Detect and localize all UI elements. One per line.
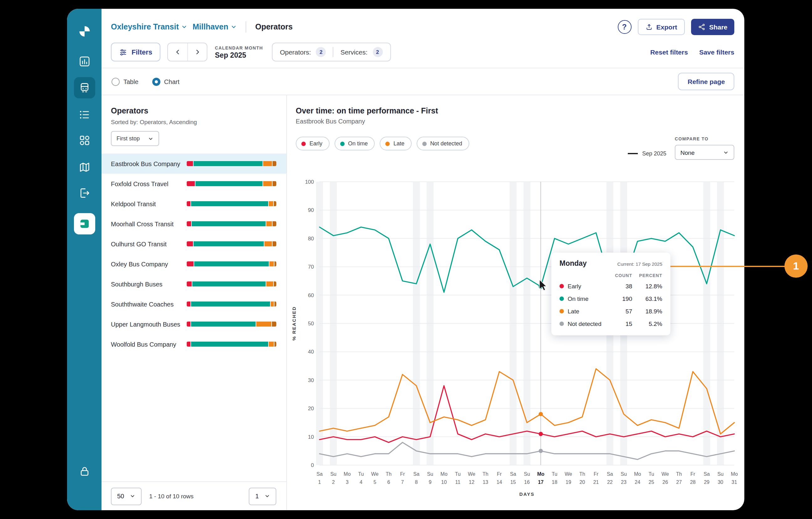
legend-dot-icon xyxy=(301,141,306,146)
y-tick-label: 0 xyxy=(311,462,314,468)
x-tick-day: 12 xyxy=(469,480,474,485)
x-tick-day: 3 xyxy=(346,480,349,485)
tooltip-dot-icon xyxy=(559,284,564,288)
active-filters-chip[interactable]: Operators: 2 Services: 2 xyxy=(271,43,390,61)
x-tick-weekday: We xyxy=(662,471,669,477)
operator-row[interactable]: Keldpool Transit xyxy=(102,194,286,214)
otp-line-chart[interactable]: 0102030405060708090100% REACHEDSa1Su2Mo3… xyxy=(287,169,744,498)
period-label: Sep 2025 xyxy=(642,151,666,157)
save-filters-link[interactable]: Save filters xyxy=(699,48,734,56)
calendar-month-value: Sep 2025 xyxy=(215,51,263,59)
page-number-select[interactable]: 1 xyxy=(249,487,276,505)
operator-row[interactable]: Oulhurst GO Transit xyxy=(102,234,286,254)
y-tick-label: 10 xyxy=(308,434,314,440)
reset-filters-link[interactable]: Reset filters xyxy=(650,48,688,56)
bar-segment-early xyxy=(187,201,190,206)
x-tick-day: 18 xyxy=(552,480,557,485)
operator-otp-bar xyxy=(187,322,276,327)
tooltip-dot-icon xyxy=(559,309,564,313)
breadcrumb-area[interactable]: Millhaven xyxy=(193,23,237,31)
x-tick-weekday: Th xyxy=(483,471,488,477)
tooltip-current-date: Current: 17 Sep 2025 xyxy=(617,262,662,267)
operator-row[interactable]: Oxley Bus Company xyxy=(102,254,286,274)
y-tick-label: 60 xyxy=(308,293,314,298)
operator-otp-bar xyxy=(187,262,276,266)
operator-row[interactable]: Souththwaite Coaches xyxy=(102,294,286,314)
logout-icon[interactable] xyxy=(77,186,91,200)
operator-row[interactable]: Southburgh Buses xyxy=(102,274,286,294)
apps-grid-icon[interactable] xyxy=(77,134,91,147)
operator-row[interactable]: Woolfold Bus Company xyxy=(102,334,286,354)
x-tick-day: 30 xyxy=(718,480,723,485)
x-tick-day: 11 xyxy=(455,480,461,485)
previous-month-button[interactable] xyxy=(168,43,187,61)
list-icon[interactable] xyxy=(77,108,91,121)
legend-chip-on_time[interactable]: On time xyxy=(334,137,375,151)
refine-page-button[interactable]: Refine page xyxy=(678,73,734,90)
operator-row[interactable]: Foxfold Cross Travel xyxy=(102,174,286,194)
stop-filter-value: First stop xyxy=(117,135,140,142)
x-tick-weekday: We xyxy=(371,471,379,477)
x-tick-day: 5 xyxy=(373,480,376,485)
filters-button[interactable]: Filters xyxy=(111,43,161,61)
bar-segment-other xyxy=(273,241,276,246)
stop-filter-select[interactable]: First stop xyxy=(111,131,159,146)
tooltip-count: 190 xyxy=(607,295,632,302)
breadcrumb-org[interactable]: Oxleyshire Transit xyxy=(111,23,187,31)
operator-otp-bar xyxy=(187,342,276,347)
chart-view-radio[interactable]: Chart xyxy=(152,77,179,86)
x-tick-weekday: We xyxy=(565,471,572,477)
legend-chip-not_detected[interactable]: Not detected xyxy=(416,137,469,151)
tooltip-count-header: COUNT xyxy=(607,273,632,278)
x-tick-day: 1 xyxy=(318,480,321,485)
operators-list: Eastbrook Bus CompanyFoxfold Cross Trave… xyxy=(102,154,286,482)
help-icon[interactable]: ? xyxy=(617,20,631,34)
tooltip-series-label: On time xyxy=(559,295,607,302)
operator-otp-bar xyxy=(187,221,276,226)
bar-segment-on_time xyxy=(194,161,263,166)
operator-name: Foxfold Cross Travel xyxy=(111,180,168,187)
legend-chip-late[interactable]: Late xyxy=(380,137,411,151)
operator-name: Moorhall Cross Transit xyxy=(111,220,174,227)
topbar: Oxleyshire Transit Millhaven Operators ? xyxy=(102,9,744,68)
bar-segment-other xyxy=(273,161,276,166)
x-tick-day: 16 xyxy=(524,480,530,485)
y-tick-label: 100 xyxy=(305,179,314,185)
y-tick-label: 70 xyxy=(308,264,314,270)
bar-segment-other xyxy=(274,262,276,266)
x-tick-weekday: Mo xyxy=(634,471,641,477)
bar-segment-on_time xyxy=(193,281,265,286)
export-button[interactable]: Export xyxy=(638,19,685,35)
bar-segment-early xyxy=(187,181,195,186)
sorted-by-text: Sorted by: Operators, Ascending xyxy=(111,118,276,125)
x-tick-weekday: Mo xyxy=(537,471,545,477)
bar-chart-icon[interactable] xyxy=(77,55,91,68)
operators-panel: Operators Sorted by: Operators, Ascendin… xyxy=(102,95,287,510)
bar-segment-late xyxy=(263,161,272,166)
table-view-radio[interactable]: Table xyxy=(112,77,139,86)
bus-nav-icon[interactable] xyxy=(74,77,95,99)
chevron-right-icon xyxy=(194,48,201,56)
lock-icon[interactable] xyxy=(77,464,91,478)
legend-chip-early[interactable]: Early xyxy=(296,137,329,151)
x-tick-day: 21 xyxy=(593,480,599,485)
highlight-dot-not_detected xyxy=(539,449,543,453)
page-number-value: 1 xyxy=(255,493,259,499)
page-size-select[interactable]: 50 xyxy=(111,487,142,505)
x-tick-weekday: Sa xyxy=(413,471,419,477)
operator-row[interactable]: Eastbrook Bus Company xyxy=(102,154,286,174)
workspace-app-icon[interactable] xyxy=(74,213,95,235)
operator-row[interactable]: Moorhall Cross Transit xyxy=(102,214,286,234)
bar-segment-on_time xyxy=(191,322,256,327)
next-month-button[interactable] xyxy=(187,43,207,61)
operator-row[interactable]: Upper Langmouth Buses xyxy=(102,314,286,334)
share-button[interactable]: Share xyxy=(691,19,734,35)
bar-segment-on_time xyxy=(191,342,268,347)
breadcrumb-org-label: Oxleyshire Transit xyxy=(111,23,179,31)
map-icon[interactable] xyxy=(77,161,91,174)
operator-otp-bar xyxy=(187,201,276,206)
operator-name: Eastbrook Bus Company xyxy=(111,160,180,167)
bar-segment-early xyxy=(187,322,190,327)
chevron-left-icon xyxy=(174,48,181,56)
compare-to-select[interactable]: None xyxy=(675,145,734,160)
